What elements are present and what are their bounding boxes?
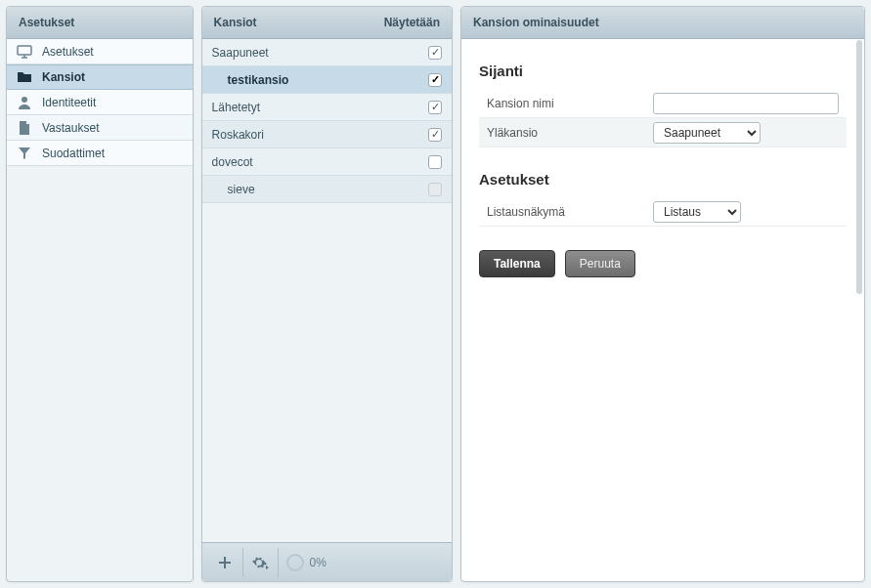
folder-row[interactable]: Saapuneet bbox=[202, 39, 452, 66]
folder-row[interactable]: Lähetetyt bbox=[202, 94, 452, 121]
folder-visibility-checkbox[interactable] bbox=[428, 155, 442, 169]
cancel-button[interactable]: Peruuta bbox=[565, 250, 635, 277]
sidebar-item-suodattimet[interactable]: Suodattimet bbox=[7, 141, 193, 166]
props-header: Kansion ominaisuudet bbox=[461, 7, 864, 39]
folder-visibility-checkbox[interactable] bbox=[428, 46, 442, 60]
add-folder-button[interactable] bbox=[208, 548, 243, 577]
parent-folder-label: Yläkansio bbox=[487, 126, 653, 140]
sidebar-item-label: Asetukset bbox=[42, 45, 94, 59]
sidebar-item-label: Identiteetit bbox=[42, 96, 96, 109]
document-icon bbox=[17, 120, 32, 136]
folder-name: Roskakori bbox=[212, 128, 428, 142]
svg-point-1 bbox=[22, 97, 27, 103]
folder-properties-panel: Kansion ominaisuudet Sijanti Kansion nim… bbox=[460, 6, 865, 582]
quota-indicator: 0% bbox=[286, 554, 327, 571]
folder-actions-button[interactable] bbox=[243, 548, 279, 577]
settings-sidebar: Asetukset AsetuksetKansiotIdentiteetitVa… bbox=[6, 6, 194, 582]
props-title: Kansion ominaisuudet bbox=[473, 7, 599, 38]
folder-name: sieve bbox=[212, 183, 428, 196]
gear-icon bbox=[251, 555, 269, 570]
folder-name: testikansio bbox=[212, 73, 428, 87]
folder-name: Lähetetyt bbox=[212, 101, 428, 114]
svg-rect-0 bbox=[18, 46, 31, 55]
folder-row[interactable]: Roskakori bbox=[202, 121, 452, 148]
folders-toolbar: 0% bbox=[202, 542, 452, 581]
section-location-title: Sijanti bbox=[479, 63, 847, 79]
sidebar-item-vastaukset[interactable]: Vastaukset bbox=[7, 115, 193, 141]
quota-ring-icon bbox=[286, 554, 304, 571]
folder-visibility-checkbox[interactable] bbox=[428, 101, 442, 114]
folders-panel: Kansiot Näytetään SaapuneettestikansioLä… bbox=[201, 6, 453, 582]
settings-nav-list: AsetuksetKansiotIdentiteetitVastauksetSu… bbox=[7, 39, 193, 581]
quota-text: 0% bbox=[310, 556, 327, 569]
folder-row[interactable]: testikansio bbox=[202, 66, 452, 94]
monitor-icon bbox=[17, 44, 32, 60]
folder-name-input[interactable] bbox=[653, 93, 839, 114]
section-settings-title: Asetukset bbox=[479, 171, 847, 188]
folder-name: Saapuneet bbox=[212, 46, 428, 60]
folder-visibility-checkbox bbox=[428, 183, 442, 196]
save-button[interactable]: Tallenna bbox=[479, 250, 555, 277]
folder-visibility-checkbox[interactable] bbox=[428, 128, 442, 142]
person-icon bbox=[17, 95, 32, 110]
folder-name-label: Kansion nimi bbox=[487, 97, 653, 110]
folders-shown-label: Näytetään bbox=[384, 7, 440, 38]
sidebar-item-label: Vastaukset bbox=[42, 121, 99, 135]
folder-icon bbox=[17, 69, 32, 85]
folder-row[interactable]: sieve bbox=[202, 176, 452, 203]
settings-header: Asetukset bbox=[7, 7, 193, 39]
filter-icon bbox=[17, 146, 32, 161]
view-mode-select[interactable]: Listaus bbox=[653, 201, 741, 223]
folders-list: SaapuneettestikansioLähetetytRoskakorido… bbox=[202, 39, 452, 542]
folder-visibility-checkbox[interactable] bbox=[428, 73, 442, 87]
scrollbar-thumb[interactable] bbox=[856, 40, 862, 294]
folder-name: dovecot bbox=[212, 155, 428, 169]
sidebar-item-label: Suodattimet bbox=[42, 147, 105, 160]
folder-row[interactable]: dovecot bbox=[202, 148, 452, 176]
sidebar-item-kansiot[interactable]: Kansiot bbox=[7, 64, 193, 90]
parent-folder-select[interactable]: Saapuneet bbox=[653, 122, 761, 144]
settings-title: Asetukset bbox=[19, 7, 74, 38]
folders-title: Kansiot bbox=[214, 7, 257, 38]
folders-header: Kansiot Näytetään bbox=[202, 7, 452, 39]
sidebar-item-label: Kansiot bbox=[42, 70, 85, 84]
sidebar-item-identiteetit[interactable]: Identiteetit bbox=[7, 90, 193, 115]
plus-icon bbox=[217, 555, 233, 570]
sidebar-item-asetukset[interactable]: Asetukset bbox=[7, 39, 193, 64]
view-mode-label: Listausnäkymä bbox=[487, 205, 653, 219]
